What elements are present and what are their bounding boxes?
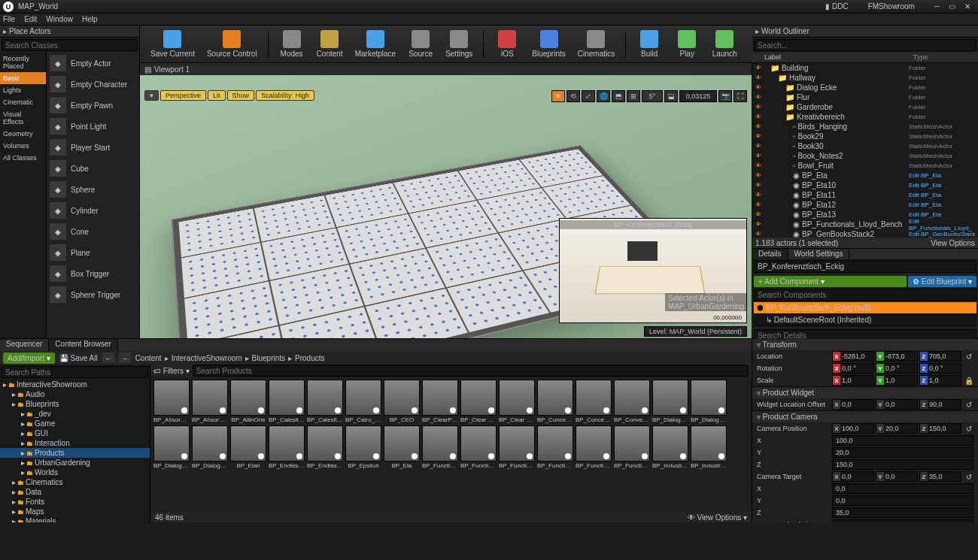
place-cat-visual-effects[interactable]: Visual Effects	[0, 108, 46, 128]
visibility-icon[interactable]: 👁	[754, 123, 763, 130]
cam-tgt-z[interactable]: Z35,0	[919, 471, 961, 482]
tree-folder[interactable]: ▸🖿Products	[0, 448, 150, 458]
toolbar-content[interactable]: Content	[312, 29, 348, 59]
rotation-x[interactable]: X0,0 °	[832, 363, 874, 374]
outliner-row[interactable]: 👁◉BP_Eta11Edit BP_Eta	[752, 190, 978, 200]
cam-tgt-y[interactable]: Y0,0	[876, 471, 918, 482]
toolbar-save-current[interactable]: Save Current	[146, 29, 199, 59]
toolbar-source[interactable]: Source	[403, 29, 438, 59]
cam-tgt-z-field[interactable]: 35,0	[832, 507, 973, 518]
outliner-row[interactable]: 👁📁FlurFolder	[752, 92, 978, 102]
asset-tile[interactable]: BP_Endless_Sideboard	[307, 425, 343, 469]
widget-offset-x[interactable]: X0,0	[832, 399, 874, 410]
vp-snap-value[interactable]: 0,03125	[679, 90, 717, 102]
vp-lit-button[interactable]: Lit	[208, 90, 226, 101]
outliner-row[interactable]: 👁📁GarderobeFolder	[752, 102, 978, 112]
visibility-icon[interactable]: 👁	[754, 104, 763, 110]
nav-back-button[interactable]: ←	[102, 353, 114, 363]
outliner-row[interactable]: 👁◉BP_Eta12Edit BP_Eta	[752, 200, 978, 210]
asset-tile[interactable]: BP_Functionals_Luftschiff	[499, 425, 535, 469]
blend-time-field[interactable]	[832, 519, 973, 522]
tree-folder[interactable]: ▸🖿UrbanGardening	[0, 458, 150, 468]
toolbar-ios[interactable]: iOS	[490, 29, 524, 59]
place-cat-basic[interactable]: Basic	[0, 72, 46, 84]
location-x[interactable]: X-5281,0	[832, 351, 874, 362]
reset-location-icon[interactable]: ↺	[964, 353, 973, 361]
rotation-y[interactable]: Y0,0 °	[876, 363, 918, 374]
reset-widget-offset-icon[interactable]: ↺	[964, 401, 973, 409]
details-tab[interactable]: Details	[752, 249, 788, 259]
lock-scale-icon[interactable]: 🔒	[964, 377, 973, 385]
toolbar-modes[interactable]: Modes	[275, 29, 309, 59]
rotation-z[interactable]: Z0,0 °	[919, 363, 961, 374]
breadcrumb-item[interactable]: Content	[135, 354, 162, 362]
vp-menu-button[interactable]: ▾	[144, 90, 159, 101]
world-settings-tab[interactable]: World Settings	[788, 249, 850, 259]
place-search-input[interactable]	[2, 39, 138, 51]
asset-tile[interactable]: BP_Conventus	[614, 380, 650, 423]
asset-search-input[interactable]	[193, 365, 749, 377]
outliner-row[interactable]: 👁◉BP_Eta10Edit BP_Eta	[752, 180, 978, 190]
place-item[interactable]: ◆Sphere Trigger	[47, 284, 139, 305]
cam-pos-y[interactable]: Y20,0	[876, 423, 918, 434]
product-widget-section[interactable]: ▿ Product Widget	[752, 387, 978, 398]
tree-folder[interactable]: ▸🖿InteractiveShowroom	[0, 380, 150, 389]
outliner-row[interactable]: 👁📁BuildingFolder	[752, 63, 978, 73]
outliner-row[interactable]: 👁📁Dialog EckeFolder	[752, 83, 978, 92]
tree-folder[interactable]: ▸🖿Cinematics	[0, 477, 150, 487]
asset-tile[interactable]: BP_ConceptiQ Lamp	[576, 380, 612, 423]
transform-section[interactable]: ▿ Transform	[752, 339, 978, 350]
asset-tile[interactable]: BP_ConceptQ	[537, 380, 573, 423]
sequencer-tab[interactable]: Sequencer	[0, 339, 49, 351]
reset-cam-tgt-icon[interactable]: ↺	[964, 473, 973, 481]
add-component-button[interactable]: + Add Component ▾	[754, 276, 907, 287]
visibility-icon[interactable]: 👁	[754, 162, 763, 169]
component-scene-root[interactable]: ↳ DefaultSceneRoot (Inherited)	[754, 314, 976, 326]
cam-x-field[interactable]: 100,0	[832, 435, 973, 446]
asset-tile[interactable]: BP_Elan	[230, 425, 266, 469]
place-cat-recently-placed[interactable]: Recently Placed	[0, 53, 46, 72]
place-item[interactable]: ◆Player Start	[47, 137, 139, 158]
place-item[interactable]: ◆Cone	[47, 221, 139, 242]
outliner-row[interactable]: 👁📁HallwayFolder	[752, 73, 978, 83]
save-all-button[interactable]: 💾 Save All	[59, 354, 98, 362]
widget-offset-z[interactable]: Z90,0	[919, 399, 961, 410]
viewport[interactable]: ▤ Viewport 1 ▾ Perspective Lit Show Scal…	[140, 63, 752, 338]
toolbar-settings[interactable]: Settings	[441, 29, 477, 59]
vp-translate-button[interactable]: ✥	[551, 90, 565, 102]
visibility-icon[interactable]: 👁	[754, 231, 763, 238]
asset-tile[interactable]: BP_ClearPanel	[422, 380, 458, 423]
outliner-row[interactable]: 👁▫Book_Notes2StaticMeshActor	[752, 151, 978, 161]
visibility-icon[interactable]: 👁	[754, 201, 763, 208]
actor-name-field[interactable]: BP_Konferenztisch_Eckig	[754, 260, 976, 273]
reset-cam-pos-icon[interactable]: ↺	[964, 425, 973, 433]
scale-z[interactable]: Z1,0	[919, 375, 961, 386]
asset-tile[interactable]: BP_Dialog_Low_Double	[652, 380, 688, 423]
place-item[interactable]: ◆Plane	[47, 242, 139, 263]
breadcrumb-item[interactable]: Blueprints	[252, 354, 285, 362]
tree-folder[interactable]: ▸🖿_dev	[0, 409, 150, 419]
visibility-icon[interactable]: 👁	[754, 221, 763, 228]
asset-tile[interactable]: BP_Endless_Schrank	[269, 425, 305, 469]
vp-rotate-button[interactable]: ⟲	[566, 90, 580, 102]
cam-y-field[interactable]: 20,0	[832, 447, 973, 458]
asset-tile[interactable]: BP_Eta	[384, 425, 420, 469]
tree-folder[interactable]: ▸🖿Interaction	[0, 438, 150, 448]
tree-folder[interactable]: ▸🖿Materials	[0, 516, 150, 522]
outliner-row[interactable]: 👁▫Book30StaticMeshActor	[752, 141, 978, 151]
vp-scalability-button[interactable]: Scalability: High	[256, 90, 314, 101]
outliner-row[interactable]: 👁📁KreativbereichFolder	[752, 112, 978, 122]
scale-x[interactable]: X1,0	[832, 375, 874, 386]
visibility-icon[interactable]: 👁	[754, 65, 763, 71]
add-import-button[interactable]: Add/Import ▾	[3, 353, 55, 364]
maximize-button[interactable]: ▭	[944, 2, 960, 12]
vp-perspective-button[interactable]: Perspective	[160, 90, 206, 101]
asset-tile[interactable]: BP_AllinOne	[230, 380, 266, 423]
menu-help[interactable]: Help	[82, 15, 98, 23]
outliner-row[interactable]: 👁◉BP_GenBooksStack2Edit BP_GenBooksStack	[752, 229, 978, 238]
cam-tgt-x[interactable]: X0,0	[832, 471, 874, 482]
asset-tile[interactable]: BP_CEO	[384, 380, 420, 423]
viewport-canvas[interactable]: ▾ Perspective Lit Show Scalability: High…	[140, 75, 752, 338]
tree-folder[interactable]: ▸🖿Fonts	[0, 497, 150, 507]
outliner-col-type[interactable]: Type	[910, 53, 978, 62]
